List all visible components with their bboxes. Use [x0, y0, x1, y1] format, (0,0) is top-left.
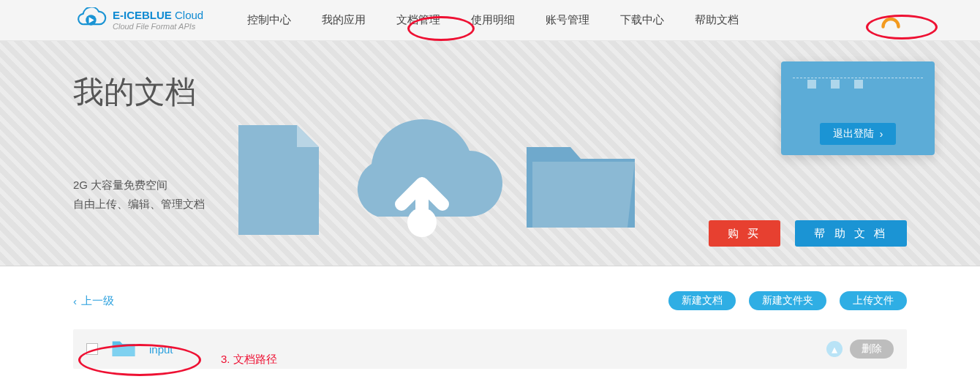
content-area: ‹ 上一级 新建文档 新建文件夹 上传文件 input ▴ 删除 — [0, 266, 980, 390]
folder-icon — [518, 125, 642, 235]
files-toolbar: ‹ 上一级 新建文档 新建文件夹 上传文件 — [73, 291, 907, 310]
brand-cloud-icon — [73, 7, 107, 34]
file-icon — [231, 118, 326, 242]
nav-control-center[interactable]: 控制中心 — [244, 12, 294, 29]
brand-tagline: Cloud File Format APIs — [113, 22, 203, 31]
brand-name-prefix: E-ICEBLUE — [113, 9, 172, 21]
action-pills: 新建文档 新建文件夹 上传文件 — [668, 291, 907, 310]
row-checkbox[interactable] — [86, 343, 98, 355]
hero-cta-group: 购 买 帮 助 文 档 — [709, 220, 907, 247]
nav-doc-manage[interactable]: 文档管理 — [393, 12, 443, 29]
hero-illustration — [231, 114, 642, 246]
row-expand-icon[interactable]: ▴ — [826, 341, 843, 357]
nav-my-apps[interactable]: 我的应用 — [319, 12, 369, 29]
top-nav-bar: E-ICEBLUE Cloud Cloud File Format APIs 控… — [0, 0, 980, 41]
primary-nav: 控制中心 我的应用 文档管理 使用明细 账号管理 下载中心 帮助文档 — [244, 12, 742, 29]
delete-button[interactable]: 删除 — [850, 340, 894, 359]
nav-help-docs[interactable]: 帮助文档 — [692, 12, 742, 29]
user-avatar-icon[interactable] — [881, 9, 901, 32]
triangle-up-icon: ▴ — [832, 342, 837, 356]
chevron-right-icon: › — [880, 128, 883, 140]
new-folder-button[interactable]: 新建文件夹 — [749, 291, 826, 310]
new-doc-button[interactable]: 新建文档 — [668, 291, 736, 310]
nav-usage[interactable]: 使用明细 — [468, 12, 518, 29]
folder-icon — [111, 337, 136, 361]
svg-point-1 — [407, 208, 437, 237]
user-popover: 退出登陆 › — [781, 61, 935, 155]
back-link-label: 上一级 — [81, 294, 114, 308]
brand-name-suffix: Cloud — [175, 9, 203, 21]
popover-graphic — [793, 78, 923, 89]
file-name-link[interactable]: input — [149, 343, 173, 356]
nav-account[interactable]: 账号管理 — [543, 12, 592, 29]
cloud-upload-icon — [338, 114, 506, 246]
file-row: input ▴ 删除 — [73, 329, 907, 369]
brand-logo[interactable]: E-ICEBLUE Cloud Cloud File Format APIs — [73, 7, 203, 34]
logout-label: 退出登陆 — [833, 127, 874, 140]
logout-button[interactable]: 退出登陆 › — [820, 123, 897, 145]
buy-button[interactable]: 购 买 — [709, 220, 780, 247]
upload-button[interactable]: 上传文件 — [840, 291, 907, 310]
chevron-left-icon: ‹ — [73, 295, 77, 307]
nav-download[interactable]: 下载中心 — [617, 12, 667, 29]
help-docs-button[interactable]: 帮 助 文 档 — [795, 220, 907, 247]
back-link[interactable]: ‹ 上一级 — [73, 294, 114, 308]
